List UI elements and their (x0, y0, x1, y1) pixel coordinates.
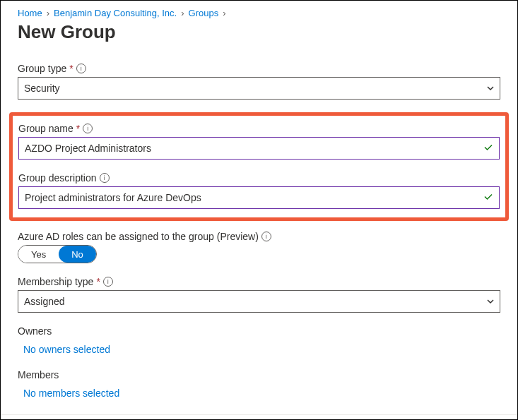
field-group-type: Group type * i Security (18, 63, 500, 100)
breadcrumb: Home › Benjamin Day Consulting, Inc. › G… (18, 8, 500, 18)
breadcrumb-org[interactable]: Benjamin Day Consulting, Inc. (54, 8, 177, 18)
chevron-right-icon: › (181, 8, 184, 18)
group-name-input[interactable] (18, 137, 500, 160)
membership-type-select[interactable]: Assigned (18, 290, 500, 313)
label-group-type: Group type (18, 63, 66, 74)
owners-selected-link[interactable]: No owners selected (18, 341, 500, 358)
info-icon[interactable]: i (83, 124, 93, 133)
group-description-input[interactable] (18, 186, 500, 209)
field-group-description: Group description i (18, 172, 500, 209)
check-icon (483, 142, 494, 155)
highlight-box: Group name * i Group description i (9, 112, 509, 221)
owners-label: Owners (18, 325, 500, 337)
chevron-right-icon: › (223, 8, 225, 18)
info-icon[interactable]: i (103, 277, 113, 287)
check-icon (483, 191, 494, 205)
label-membership-type: Membership type (18, 276, 93, 287)
label-group-description: Group description (18, 172, 97, 184)
info-icon[interactable]: i (76, 64, 86, 73)
divider (1, 414, 517, 415)
toggle-no[interactable]: No (59, 246, 96, 263)
members-selected-link[interactable]: No members selected (18, 385, 500, 402)
breadcrumb-groups[interactable]: Groups (189, 8, 219, 18)
page-title: New Group (18, 21, 500, 43)
field-group-name: Group name * i (18, 123, 500, 160)
label-group-name: Group name (18, 123, 73, 134)
field-membership-type: Membership type * i Assigned (18, 276, 500, 313)
label-aad-roles: Azure AD roles can be assigned to the gr… (18, 231, 259, 242)
toggle-yes[interactable]: Yes (18, 246, 59, 263)
aad-roles-toggle[interactable]: Yes No (18, 245, 97, 263)
info-icon[interactable]: i (261, 232, 271, 241)
field-aad-roles: Azure AD roles can be assigned to the gr… (18, 231, 500, 263)
group-type-select[interactable]: Security (18, 77, 500, 100)
chevron-right-icon: › (47, 8, 49, 18)
breadcrumb-home[interactable]: Home (18, 8, 42, 18)
required-icon: * (96, 276, 100, 287)
members-label: Members (18, 369, 500, 380)
required-icon: * (76, 123, 80, 134)
info-icon[interactable]: i (100, 173, 110, 183)
required-icon: * (69, 63, 73, 74)
